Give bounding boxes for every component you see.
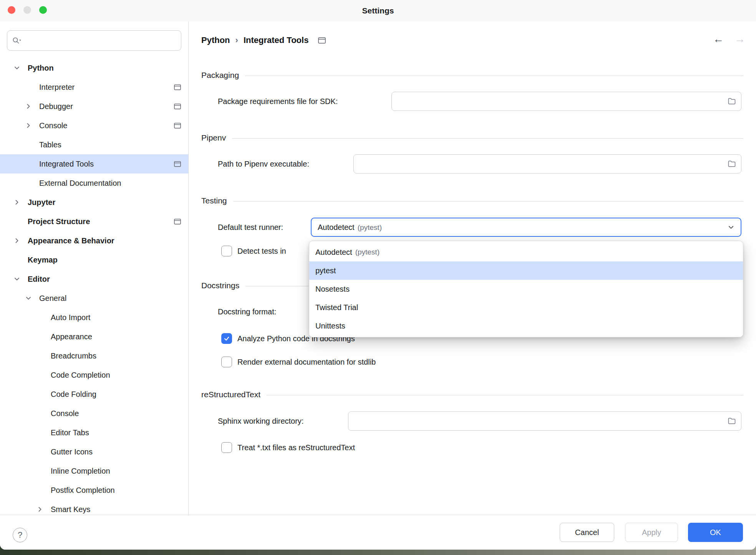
- sidebar-item-label: General: [39, 294, 66, 303]
- checkbox-unchecked-icon[interactable]: [221, 442, 232, 453]
- section-title: Pipenv: [201, 133, 226, 142]
- chevron-right-icon[interactable]: [35, 505, 51, 513]
- dropdown-option-unittests[interactable]: Unittests: [309, 317, 743, 335]
- settings-content: Python › Integrated Tools ← → Packaging …: [189, 21, 756, 515]
- sdk-requirements-input[interactable]: [396, 97, 727, 106]
- sidebar-item-code-completion[interactable]: Code Completion: [0, 365, 188, 385]
- cancel-button[interactable]: Cancel: [560, 523, 614, 542]
- breadcrumb-python[interactable]: Python: [201, 35, 230, 45]
- sidebar-item-appearance[interactable]: Appearance: [0, 327, 188, 346]
- sidebar-item-label: Appearance: [51, 332, 92, 341]
- apply-button: Apply: [625, 523, 678, 542]
- search-input[interactable]: [25, 36, 176, 45]
- chevron-right-icon[interactable]: [24, 122, 39, 129]
- dropdown-option-nosetests[interactable]: Nosetests: [309, 280, 743, 298]
- sidebar-item-editor[interactable]: Editor: [0, 269, 188, 289]
- chevron-down-icon: [728, 224, 734, 231]
- page-icon: [174, 102, 181, 110]
- option-label: Unittests: [315, 322, 345, 330]
- sidebar-item-python[interactable]: Python: [0, 58, 188, 78]
- section-title: Testing: [201, 196, 227, 205]
- test-runner-dropdown-popup: Autodetect(pytest) pytest Nosetests Twis…: [309, 241, 743, 337]
- ok-button[interactable]: OK: [688, 523, 743, 542]
- sidebar-item-debugger[interactable]: Debugger: [0, 97, 188, 116]
- page-icon: [174, 83, 181, 91]
- checkbox-unchecked-icon[interactable]: [221, 246, 232, 256]
- sidebar-item-general[interactable]: General: [0, 289, 188, 308]
- treat-txt-label: Treat *.txt files as reStructuredText: [237, 443, 355, 452]
- option-label: Autodetect: [315, 248, 352, 257]
- help-icon: ?: [18, 530, 22, 540]
- sidebar-item-console[interactable]: Console: [0, 116, 188, 135]
- chevron-down-icon[interactable]: [24, 294, 39, 302]
- sidebar-item-label: Jupyter: [28, 198, 55, 207]
- sidebar-item-external-documentation[interactable]: External Documentation: [0, 173, 188, 193]
- sidebar-item-label: Auto Import: [51, 313, 90, 322]
- dropdown-option-pytest[interactable]: pytest: [309, 261, 743, 280]
- page-icon[interactable]: [318, 36, 326, 45]
- chevron-right-icon[interactable]: [24, 102, 39, 110]
- pipenv-path-field[interactable]: [353, 154, 741, 173]
- chevron-right-icon[interactable]: [12, 198, 28, 206]
- sidebar-item-label: Appearance & Behavior: [28, 236, 114, 245]
- checkbox-unchecked-icon[interactable]: [221, 357, 232, 367]
- history-nav: ← →: [713, 33, 745, 45]
- folder-browse-icon[interactable]: [727, 97, 736, 106]
- search-history-chevron-icon: [19, 40, 21, 41]
- sidebar-item-label: External Documentation: [39, 179, 121, 188]
- back-arrow-icon[interactable]: ←: [713, 33, 724, 45]
- default-test-runner-select[interactable]: Autodetect(pytest): [311, 218, 741, 237]
- detect-tests-checkbox-row[interactable]: Detect tests in: [221, 246, 286, 256]
- sidebar-item-inline-completion[interactable]: Inline Completion: [0, 461, 188, 481]
- sidebar-item-label: Tables: [39, 140, 61, 149]
- section-title: Packaging: [201, 71, 239, 80]
- sidebar-item-smart-keys[interactable]: Smart Keys: [0, 500, 188, 515]
- sidebar-item-project-structure[interactable]: Project Structure: [0, 212, 188, 231]
- breadcrumb-integrated-tools: Integrated Tools: [244, 35, 309, 45]
- sidebar-item-editor-tabs[interactable]: Editor Tabs: [0, 423, 188, 442]
- treat-txt-checkbox-row[interactable]: Treat *.txt files as reStructuredText: [221, 442, 355, 453]
- sidebar-item-console-editor[interactable]: Console: [0, 404, 188, 423]
- page-icon: [174, 218, 181, 225]
- settings-search-box[interactable]: [7, 30, 181, 51]
- folder-browse-icon[interactable]: [727, 159, 736, 168]
- sidebar-item-label: Interpreter: [39, 83, 75, 92]
- sidebar-item-label: Python: [28, 64, 54, 73]
- dropdown-option-autodetect[interactable]: Autodetect(pytest): [309, 243, 743, 261]
- pipenv-path-input[interactable]: [358, 159, 727, 169]
- folder-browse-icon[interactable]: [727, 416, 736, 426]
- sidebar-item-gutter-icons[interactable]: Gutter Icons: [0, 442, 188, 461]
- sidebar-item-jupyter[interactable]: Jupyter: [0, 193, 188, 212]
- docstring-format-label: Docstring format:: [218, 302, 276, 321]
- sidebar-item-keymap[interactable]: Keymap: [0, 250, 188, 269]
- sphinx-directory-input[interactable]: [353, 416, 727, 426]
- sidebar-item-label: Inline Completion: [51, 467, 110, 476]
- chevron-right-icon[interactable]: [12, 237, 28, 244]
- render-stdlib-checkbox-row[interactable]: Render external documentation for stdlib: [221, 357, 376, 367]
- sidebar-item-appearance-behavior[interactable]: Appearance & Behavior: [0, 231, 188, 250]
- sidebar-item-label: Code Folding: [51, 390, 96, 399]
- sphinx-directory-field[interactable]: [348, 411, 741, 431]
- checkbox-checked-icon[interactable]: [221, 333, 232, 344]
- pipenv-path-label: Path to Pipenv executable:: [218, 154, 309, 173]
- sidebar-item-label: Debugger: [39, 102, 73, 111]
- sidebar-item-label: Code Completion: [51, 371, 110, 380]
- sdk-requirements-field[interactable]: [391, 92, 741, 111]
- help-button[interactable]: ?: [13, 528, 27, 542]
- sidebar-item-tables[interactable]: Tables: [0, 135, 188, 154]
- window-title: Settings: [0, 0, 756, 21]
- sidebar-item-postfix-completion[interactable]: Postfix Completion: [0, 481, 188, 500]
- chevron-down-icon[interactable]: [12, 64, 28, 72]
- sidebar-item-label: Console: [51, 409, 79, 418]
- sidebar-item-interpreter[interactable]: Interpreter: [0, 78, 188, 97]
- dropdown-option-twisted-trial[interactable]: Twisted Trial: [309, 298, 743, 317]
- sidebar-item-integrated-tools[interactable]: Integrated Tools: [0, 154, 188, 173]
- sidebar-item-code-folding[interactable]: Code Folding: [0, 385, 188, 404]
- chevron-down-icon[interactable]: [12, 275, 28, 283]
- settings-tree: Python Interpreter Debugger Console Tabl…: [0, 58, 188, 515]
- sidebar-item-label: Keymap: [28, 256, 58, 264]
- sidebar-item-breadcrumbs[interactable]: Breadcrumbs: [0, 346, 188, 365]
- sidebar-item-label: Breadcrumbs: [51, 352, 96, 360]
- sidebar-item-auto-import[interactable]: Auto Import: [0, 308, 188, 327]
- sidebar-item-label: Integrated Tools: [39, 160, 94, 168]
